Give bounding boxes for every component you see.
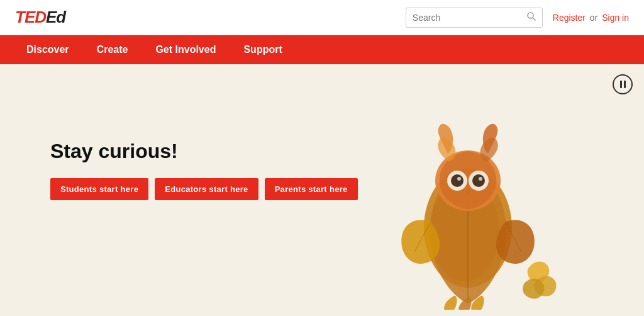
hero-content: Stay curious! Students start here Educat… bbox=[50, 140, 358, 200]
svg-line-1 bbox=[533, 18, 535, 20]
pause-icon bbox=[620, 81, 626, 88]
auth-separator: or bbox=[590, 13, 597, 23]
search-box[interactable] bbox=[406, 8, 543, 28]
owl-illustration bbox=[367, 83, 569, 310]
hero-buttons: Students start here Educators start here… bbox=[50, 178, 358, 200]
logo[interactable]: TEDEd bbox=[15, 8, 65, 27]
search-input[interactable] bbox=[413, 13, 523, 23]
nav-item-create[interactable]: Create bbox=[86, 35, 140, 64]
logo-ed: Ed bbox=[46, 8, 65, 27]
hero-section: Stay curious! Students start here Educat… bbox=[0, 64, 644, 316]
svg-point-10 bbox=[479, 177, 482, 181]
nav-item-get-involved[interactable]: Get Involved bbox=[144, 35, 227, 64]
hero-title: Stay curious! bbox=[50, 140, 358, 163]
pause-button[interactable] bbox=[613, 74, 633, 94]
students-button[interactable]: Students start here bbox=[50, 178, 148, 200]
signin-link[interactable]: Sign in bbox=[602, 13, 629, 23]
svg-point-8 bbox=[472, 174, 485, 187]
header-right: Register or Sign in bbox=[406, 8, 629, 28]
search-icon bbox=[527, 12, 536, 23]
main-nav: Discover Create Get Involved Support bbox=[0, 35, 644, 64]
nav-item-discover[interactable]: Discover bbox=[15, 35, 80, 64]
educators-button[interactable]: Educators start here bbox=[155, 178, 258, 200]
logo-ted: TED bbox=[15, 8, 46, 27]
svg-point-7 bbox=[451, 174, 464, 187]
register-link[interactable]: Register bbox=[553, 13, 586, 23]
nav-item-support[interactable]: Support bbox=[232, 35, 293, 64]
auth-links: Register or Sign in bbox=[553, 13, 629, 23]
owl-svg bbox=[367, 83, 569, 310]
site-header: TEDEd Register or Sign in bbox=[0, 0, 644, 35]
svg-point-9 bbox=[457, 177, 461, 181]
parents-button[interactable]: Parents start here bbox=[265, 178, 358, 200]
